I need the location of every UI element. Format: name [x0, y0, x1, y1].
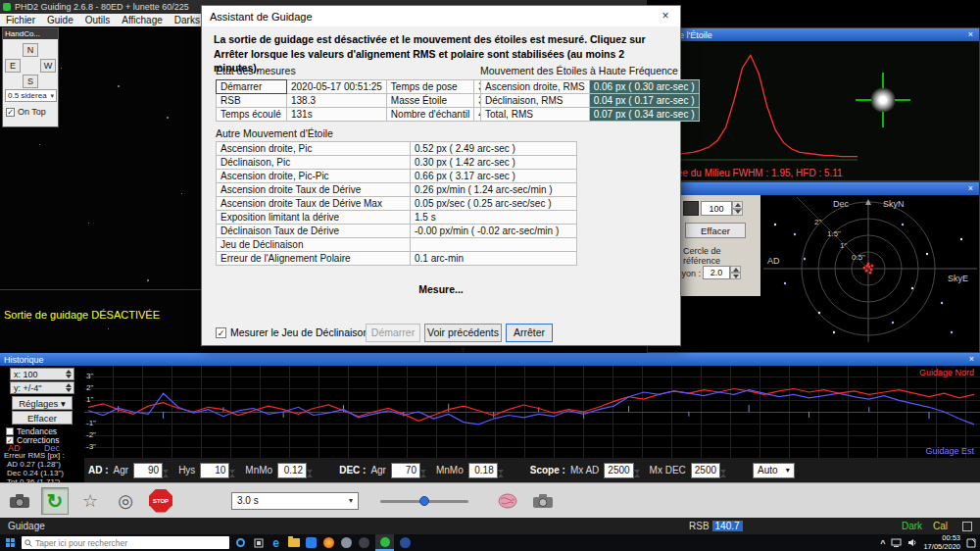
dec-aggression-field[interactable]: 70: [391, 463, 431, 478]
start-button[interactable]: Démarrer: [366, 324, 420, 342]
camera-settings-icon[interactable]: [529, 487, 557, 515]
phd2-taskbar-icon[interactable]: [375, 534, 394, 551]
phd2-app-icon: [3, 3, 11, 11]
checkbox-icon[interactable]: ✓: [6, 108, 15, 117]
menu-outils[interactable]: Outils: [79, 15, 117, 25]
history-settings-button[interactable]: Réglages ▾: [12, 396, 73, 410]
target-zoom-spinner[interactable]: [732, 201, 743, 216]
table-row: Erreur de l'Alignement Polaire0.1 arc-mi…: [217, 252, 577, 266]
dec-minmove-field[interactable]: 0.18: [468, 463, 509, 478]
search-input[interactable]: [35, 538, 212, 548]
app-icon-blue[interactable]: [399, 536, 412, 549]
status-mode: Guidage: [0, 521, 45, 531]
edge-icon[interactable]: e: [270, 536, 282, 549]
guide-north-button[interactable]: N: [23, 43, 38, 57]
crosshair-icon: [882, 112, 884, 127]
display-tray-icon[interactable]: [891, 538, 902, 547]
radius-spinner[interactable]: [730, 266, 741, 279]
task-view-icon[interactable]: [252, 536, 265, 549]
target-panel: ×: [647, 181, 980, 353]
camera-connect-icon[interactable]: [6, 487, 33, 515]
menu-fichier[interactable]: Fichier: [0, 15, 41, 25]
stop-measuring-button[interactable]: Arrêter: [506, 324, 553, 342]
start-button[interactable]: [4, 536, 17, 549]
taskbar-search[interactable]: [22, 536, 229, 549]
brain-settings-icon[interactable]: [494, 487, 521, 515]
tray-chevron-icon[interactable]: ^: [880, 538, 885, 548]
cortana-icon[interactable]: [234, 536, 247, 549]
app-icon-dark[interactable]: [358, 536, 370, 549]
stretch-slider[interactable]: [380, 492, 468, 510]
volume-tray-icon[interactable]: [907, 538, 917, 547]
legend-guidage-nord: Guidage Nord: [919, 368, 974, 377]
status-cal-indicator: Cal: [933, 521, 948, 531]
history-controls: x: 100 y: +/-4" Réglages ▾ Effacer Tenda…: [0, 366, 84, 482]
history-yscale-spinner[interactable]: y: +/-4": [10, 381, 74, 394]
dec-mode-select[interactable]: Auto ▾: [753, 463, 795, 478]
close-icon[interactable]: ×: [966, 182, 975, 195]
axis-label-ad: AD: [767, 256, 780, 266]
hand-controller-title[interactable]: HandCo...: [3, 28, 58, 39]
store-icon[interactable]: [305, 536, 318, 549]
exposure-select[interactable]: 3.0 s ▾: [231, 492, 359, 510]
history-xscale-spinner[interactable]: x: 100: [10, 368, 74, 380]
scope-group-label: Scope :: [530, 465, 565, 476]
app-icon-gray[interactable]: [340, 536, 353, 549]
y-tick: -2": [86, 430, 96, 439]
window-title: PHD2 Guiding 2.6.8 - 80ED + lunette 60/2…: [15, 2, 189, 12]
table-row: Ascension droite, RMS 0.06 px ( 0.30 arc…: [481, 80, 700, 94]
stop-icon[interactable]: STOP: [147, 487, 174, 515]
star-dot: [39, 144, 40, 145]
target-clear-button[interactable]: Effacer: [685, 223, 746, 238]
star-dot: [108, 328, 109, 329]
file-explorer-icon[interactable]: [287, 536, 300, 549]
measuring-status: Mesure...: [202, 283, 680, 295]
auto-select-star-icon[interactable]: ☆: [76, 487, 104, 515]
search-icon: [24, 539, 32, 547]
history-title: Historique: [4, 355, 44, 365]
guide-west-button[interactable]: W: [40, 59, 56, 73]
agr-label: Agr: [370, 465, 386, 476]
loop-exposures-icon[interactable]: ↻: [41, 487, 69, 515]
view-previous-button[interactable]: Voir précédents ▾: [424, 324, 502, 342]
ad-minmove-field[interactable]: 0.12: [277, 463, 318, 478]
chevron-down-icon: ▾: [50, 92, 54, 100]
close-icon[interactable]: ×: [967, 353, 976, 366]
ad-hysteresis-field[interactable]: 10: [200, 463, 240, 478]
close-icon[interactable]: ×: [966, 28, 975, 41]
guide-south-button[interactable]: S: [23, 75, 38, 88]
target-nav-button[interactable]: [683, 201, 699, 216]
ad-aggression-field[interactable]: 90: [133, 463, 173, 478]
crosshair-icon: [895, 99, 910, 101]
slider-knob[interactable]: [419, 496, 429, 506]
main-toolbar: ↻ ☆ ◎ STOP 3.0 s ▾: [0, 482, 980, 518]
agr-label: Agr: [114, 465, 129, 476]
guide-params-bar: AD : Agr 90 Hys 10 MnMo 0.12 DEC : Agr 7…: [84, 458, 980, 482]
begin-guiding-icon[interactable]: ◎: [112, 487, 139, 515]
table-row: Jeu de Déclinaison: [217, 238, 577, 252]
guide-east-button[interactable]: E: [5, 59, 21, 73]
close-icon[interactable]: ×: [651, 6, 680, 26]
notification-center-icon[interactable]: [966, 538, 976, 548]
checkbox-icon[interactable]: ✓: [216, 327, 226, 338]
menu-guide[interactable]: Guide: [41, 15, 79, 25]
max-dec-duration-field[interactable]: 2500: [691, 463, 731, 478]
rms-title: Erreur RMS [px] :: [4, 452, 65, 460]
screen: PHD2 Guiding 2.6.8 - 80ED + lunette 60/2…: [0, 0, 980, 551]
on-top-checkbox[interactable]: ✓ On Top: [6, 107, 46, 117]
status-frame-icon[interactable]: [962, 522, 972, 531]
table-row: Ascension droite Taux de Dérive0.26 px/m…: [217, 183, 577, 197]
measure-backlash-checkbox[interactable]: ✓ Mesurer le Jeu de Déclinaison: [216, 326, 368, 338]
history-clear-button[interactable]: Effacer: [12, 411, 73, 425]
target-zoom-input[interactable]: 100: [701, 201, 732, 216]
menu-affichage[interactable]: Affichage: [116, 15, 169, 25]
status-rsb: RSB 140.7: [689, 521, 743, 531]
mnmo-label: MnMo: [245, 465, 272, 476]
radius-input[interactable]: 2.0: [703, 266, 730, 279]
taskbar-clock[interactable]: 00:53 17/05/2020: [923, 534, 960, 551]
guiding-assistant-dialog: Assistant de Guidage × La sortie de guid…: [201, 5, 681, 346]
guide-rate-select[interactable]: 0.5 siderea ▾: [5, 89, 57, 102]
firefox-icon[interactable]: [322, 536, 335, 549]
max-ra-duration-field[interactable]: 2500: [604, 463, 644, 478]
rsb-value: 140.7: [712, 521, 743, 531]
